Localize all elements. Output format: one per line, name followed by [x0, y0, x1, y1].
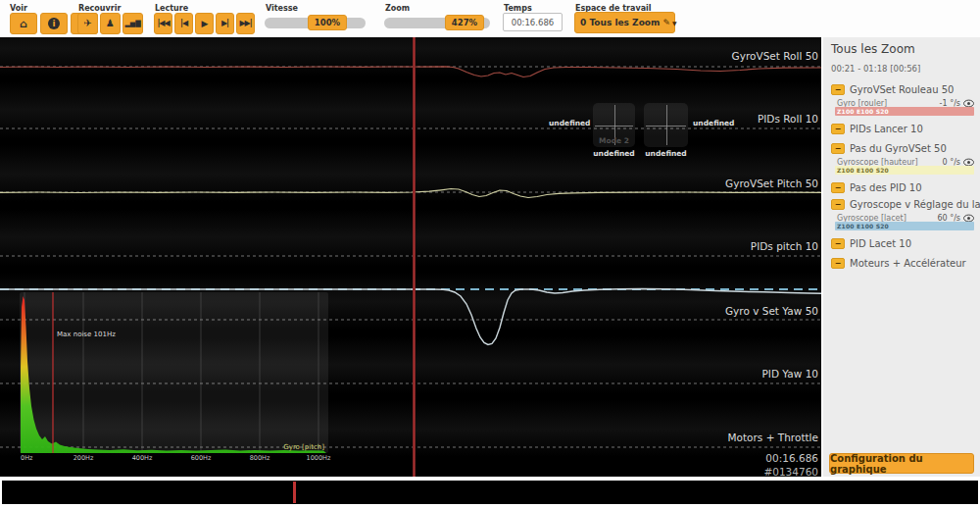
stick-right-bottom-value: undefined — [644, 149, 688, 158]
legend-group-gyro-pitch[interactable]: − Pas du GyroVSet 50 — [831, 142, 976, 155]
current-frame: #0134760 — [763, 466, 818, 478]
collapse-icon[interactable]: − — [831, 238, 845, 249]
step-forward-icon: ▶| — [221, 20, 228, 27]
graph-label-pids-roll: PIDs Roll 10 — [758, 113, 818, 125]
pencil-icon[interactable]: ✎ — [662, 18, 670, 27]
zoom-section-label: Zoom — [385, 4, 410, 13]
legend-group-motors[interactable]: − Moteurs + Accélérateur — [831, 257, 976, 270]
recouvrir-section-label: Recouvrir — [78, 4, 121, 13]
collapse-icon[interactable]: − — [831, 258, 845, 269]
legend-group-pids-pitch[interactable]: − Pas des PID 10 — [831, 181, 976, 194]
legend-group-label: Pas des PID 10 — [850, 182, 922, 193]
sticks-icon: ♟ — [106, 19, 115, 28]
graph-label-gyro-pitch: GyroVSet Pitch 50 — [725, 178, 818, 189]
stick-left-crosshair-h — [595, 126, 633, 127]
view-sticks-button[interactable]: ♟ — [100, 13, 121, 34]
seekbar-position-marker[interactable] — [293, 482, 296, 503]
tick-800hz: 800Hz — [250, 454, 270, 462]
collapse-icon[interactable]: − — [831, 199, 845, 210]
info-icon: i — [48, 18, 60, 29]
zoom-slider[interactable]: 427% — [384, 18, 490, 28]
stick-left-bottom-value: undefined — [593, 149, 635, 158]
view-craft-button[interactable]: ✈ — [77, 13, 98, 34]
stick-mode-label: Mode 2 — [593, 136, 635, 145]
playback-cursor[interactable] — [413, 37, 416, 477]
legend-time-range: 00:21 - 01:18 [00:56] — [831, 64, 920, 74]
legend-group-label: GyroVSet Rouleau 50 — [850, 84, 954, 95]
bar-chart-icon: ▂▅▇ — [124, 21, 140, 27]
graph-legend-sidebar: Tous les Zoom 00:21 - 01:18 [00:56] − Gy… — [823, 37, 980, 477]
jump-end-button[interactable]: ▶▶| — [236, 13, 255, 34]
graph-label-gyro-yaw: Gyro v Set Yaw 50 — [725, 305, 818, 317]
voir-section-label: Voir — [10, 4, 27, 13]
tick-1000hz: 1000Hz — [307, 454, 331, 462]
legend-group-pid-yaw[interactable]: − PID Lacet 10 — [831, 237, 976, 250]
curve-settings-bar[interactable]: Z100 E100 S20 — [835, 107, 974, 116]
home-icon: ⌂ — [20, 19, 27, 29]
legend-group-label: PIDs Lancer 10 — [850, 124, 923, 134]
max-noise-label: Max noise 101Hz — [57, 330, 116, 338]
play-button[interactable]: ▶ — [195, 13, 214, 34]
view-analyser-button[interactable]: ▂▅▇ — [122, 13, 143, 34]
chevron-down-icon: ▼ — [672, 20, 677, 26]
graph-label-motors: Motors + Throttle — [728, 432, 818, 443]
legend-group-label: PID Lacet 10 — [850, 238, 911, 249]
curve-settings-bar[interactable]: Z100 E100 S20 — [835, 166, 974, 175]
current-time: 00:16.686 — [765, 452, 818, 464]
temps-section-label: Temps — [504, 4, 532, 13]
legend-group-label: Gyroscope v Réglage du lacet 50 — [850, 199, 980, 210]
log-graph-canvas[interactable]: Max noise 101Hz Gyro [pitch] 0Hz 200Hz 4… — [0, 37, 821, 477]
blackbox-log-viewer: Voir ⌂ i ▤ Recouvrir ✈ ♟ ▂▅▇ Lecture |◀◀… — [0, 0, 980, 508]
time-input[interactable]: 00:16.686 — [503, 13, 563, 31]
skip-start-icon: |◀◀ — [157, 20, 169, 27]
collapse-icon[interactable]: − — [831, 182, 845, 193]
step-back-icon: |◀ — [180, 20, 187, 27]
curve-settings-bar[interactable]: Z100 E100 S20 — [835, 222, 974, 230]
log-seekbar[interactable] — [2, 481, 978, 504]
home-button[interactable]: ⌂ — [10, 13, 37, 34]
tick-600hz: 600Hz — [191, 454, 212, 462]
step-back-button[interactable]: |◀ — [174, 13, 193, 34]
speed-slider[interactable]: 100% — [265, 18, 366, 28]
legend-group-label: Pas du GyroVSet 50 — [850, 143, 947, 154]
stick-left-value: undefined — [549, 119, 590, 127]
craft-icon: ✈ — [83, 19, 91, 28]
stick-right-crosshair-h — [646, 126, 686, 127]
jump-start-button[interactable]: |◀◀ — [154, 13, 172, 34]
tick-0hz: 0Hz — [21, 454, 33, 462]
legend-group-label: Moteurs + Accélérateur — [850, 258, 966, 269]
stick-right-value: undefined — [693, 119, 735, 127]
legend-title: Tous les Zoom — [831, 42, 915, 56]
analyser-field-label: Gyro [pitch] — [283, 443, 324, 451]
spectrum-analyser: Max noise 101Hz Gyro [pitch] 0Hz 200Hz 4… — [20, 292, 331, 462]
workspace-dropdown[interactable]: 0 Tous les Zoom ✎ ▼ — [574, 12, 675, 33]
step-forward-button[interactable]: ▶| — [216, 13, 234, 34]
graph-label-gyro-roll: GyroVSet Roll 50 — [732, 50, 818, 62]
graph-config-button[interactable]: Configuration du graphique — [829, 453, 974, 474]
legend-group-pids-roll[interactable]: − PIDs Lancer 10 — [831, 123, 976, 135]
toolbar: Voir ⌂ i ▤ Recouvrir ✈ ♟ ▂▅▇ Lecture |◀◀… — [0, 0, 980, 37]
collapse-icon[interactable]: − — [831, 143, 845, 154]
graph-svg: Max noise 101Hz Gyro [pitch] 0Hz 200Hz 4… — [0, 37, 821, 477]
stick-right — [644, 103, 688, 147]
legend-group-gyro-yaw[interactable]: − Gyroscope v Réglage du lacet 50 — [831, 198, 976, 211]
log-info-button[interactable]: i — [40, 13, 68, 34]
legend-group-gyro-roll[interactable]: − GyroVSet Rouleau 50 — [831, 83, 976, 96]
vitesse-section-label: Vitesse — [266, 4, 298, 13]
skip-end-icon: ▶▶| — [239, 20, 251, 27]
tick-200hz: 200Hz — [74, 454, 94, 462]
graph-label-pid-yaw: PID Yaw 10 — [761, 368, 818, 380]
play-icon: ▶ — [202, 20, 208, 28]
graph-label-pids-pitch: PIDs pitch 10 — [751, 240, 818, 252]
speed-slider-thumb[interactable]: 100% — [308, 15, 347, 30]
collapse-icon[interactable]: − — [831, 84, 845, 95]
workspace-value: 0 Tous les Zoom — [580, 18, 660, 27]
collapse-icon[interactable]: − — [831, 124, 845, 134]
tick-400hz: 400Hz — [132, 454, 153, 462]
lecture-section-label: Lecture — [155, 4, 188, 13]
zoom-slider-thumb[interactable]: 427% — [445, 15, 484, 30]
